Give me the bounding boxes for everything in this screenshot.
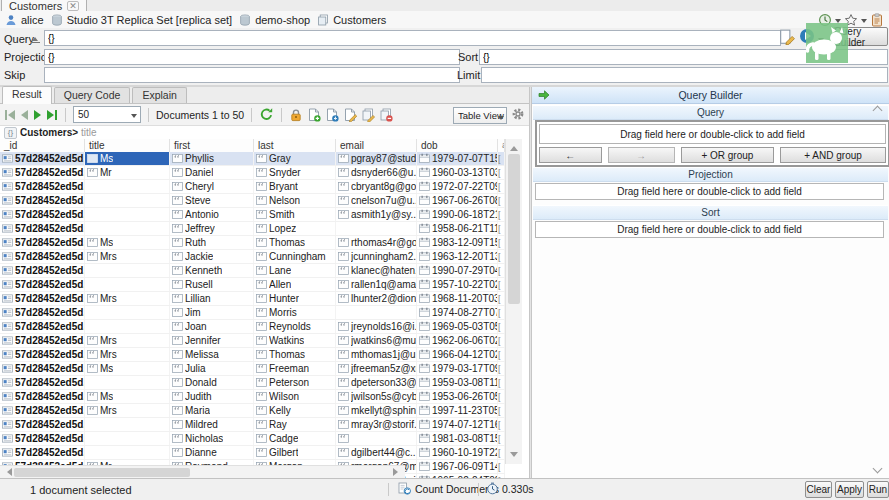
column-header-last[interactable]: last bbox=[254, 139, 336, 152]
cell-path-field[interactable]: title bbox=[81, 127, 97, 138]
cell-last[interactable]: Gray bbox=[254, 152, 336, 165]
sort-drop-area[interactable]: Drag field here or double-click to add f… bbox=[535, 221, 884, 238]
cell-id[interactable]: 57d28452ed5d... bbox=[0, 250, 85, 263]
cell-partial[interactable]: [ bbox=[498, 418, 505, 431]
cell-first[interactable]: Rusell bbox=[170, 278, 254, 291]
cell-title[interactable] bbox=[85, 222, 170, 235]
column-header-id[interactable]: _id bbox=[0, 139, 85, 152]
cell-dob[interactable]: 1966-04-12T02:... bbox=[417, 348, 498, 361]
cell-id[interactable]: 57d28452ed5d... bbox=[0, 334, 85, 347]
cell-dob[interactable]: 1990-06-18T21:... bbox=[417, 208, 498, 221]
cell-dob[interactable]: 1972-07-22T09:... bbox=[417, 180, 498, 193]
vertical-scroll-thumb[interactable] bbox=[508, 154, 520, 304]
column-header-first[interactable]: first bbox=[170, 139, 254, 152]
cell-title[interactable]: Mrs bbox=[85, 404, 170, 417]
cell-id[interactable]: 57d28452ed5d... bbox=[0, 320, 85, 333]
cell-partial[interactable]: [ bbox=[498, 404, 505, 417]
cell-title[interactable]: Ms bbox=[85, 152, 170, 165]
limit-input[interactable] bbox=[481, 67, 888, 83]
cell-partial[interactable]: [ bbox=[498, 292, 505, 305]
cell-id[interactable]: 57d28452ed5d... bbox=[0, 362, 85, 375]
cell-email[interactable]: jreynolds16@i... bbox=[336, 320, 417, 333]
cell-id[interactable]: 57d28452ed5d... bbox=[0, 278, 85, 291]
first-page-icon[interactable] bbox=[4, 110, 16, 120]
cell-title[interactable] bbox=[85, 432, 170, 445]
cell-first[interactable]: Lillian bbox=[170, 292, 254, 305]
view-mode-select[interactable]: Table View bbox=[453, 107, 507, 124]
cell-title[interactable]: Mrs bbox=[85, 348, 170, 361]
cell-first[interactable]: Daniel bbox=[170, 166, 254, 179]
cell-email[interactable]: dsnyder66@u... bbox=[336, 166, 417, 179]
cell-email[interactable]: pgray87@studi... bbox=[336, 152, 417, 165]
cell-partial[interactable]: [ bbox=[498, 166, 505, 179]
cell-last[interactable]: Snyder bbox=[254, 166, 336, 179]
scroll-down-icon[interactable] bbox=[510, 452, 518, 461]
cell-partial[interactable]: [ bbox=[498, 222, 505, 235]
projection-drop-area[interactable]: Drag field here or double-click to add f… bbox=[535, 183, 884, 200]
table-row[interactable]: 57d28452ed5d... Kenneth Lane klanec@hate… bbox=[0, 264, 505, 278]
cell-id[interactable]: 57d28452ed5d... bbox=[0, 222, 85, 235]
cell-id[interactable]: 57d28452ed5d... bbox=[0, 166, 85, 179]
cell-dob[interactable]: 1959-03-08T11:... bbox=[417, 376, 498, 389]
table-row[interactable]: 57d28452ed5d... Steve Nelson cnelson7u@u… bbox=[0, 194, 505, 208]
table-row[interactable]: 57d28452ed5d... Antonio Smith asmith1y@s… bbox=[0, 208, 505, 222]
cell-id[interactable]: 57d28452ed5d... bbox=[0, 432, 85, 445]
cell-email[interactable]: jwilson5s@cyb... bbox=[336, 390, 417, 403]
panel-scroll-down-icon[interactable] bbox=[873, 464, 883, 474]
cell-last[interactable]: Morris bbox=[254, 306, 336, 319]
cell-last[interactable]: Lopez bbox=[254, 222, 336, 235]
cell-partial[interactable]: [ bbox=[498, 250, 505, 263]
cell-first[interactable]: Judith bbox=[170, 390, 254, 403]
cell-email[interactable]: cbryant8g@go... bbox=[336, 180, 417, 193]
cell-first[interactable]: Phyllis bbox=[170, 152, 254, 165]
horizontal-scroll-thumb[interactable] bbox=[14, 468, 190, 477]
cell-email[interactable]: jfreeman5z@xr... bbox=[336, 362, 417, 375]
cell-last[interactable]: Thomas bbox=[254, 236, 336, 249]
cell-dob[interactable]: 1957-10-22T02:... bbox=[417, 278, 498, 291]
cell-title[interactable] bbox=[85, 376, 170, 389]
next-page-icon[interactable] bbox=[33, 110, 42, 120]
cell-email[interactable]: klanec@haten... bbox=[336, 264, 417, 277]
cell-email[interactable]: lhunter2@dion... bbox=[336, 292, 417, 305]
cell-last[interactable]: Lane bbox=[254, 264, 336, 277]
cell-partial[interactable]: [ bbox=[498, 390, 505, 403]
table-row[interactable]: 57d28452ed5d... Ms Phyllis Gray pgray87@… bbox=[0, 152, 505, 166]
cell-dob[interactable]: 1969-05-03T05:... bbox=[417, 320, 498, 333]
cell-first[interactable]: Joan bbox=[170, 320, 254, 333]
cell-first[interactable]: Jennifer bbox=[170, 334, 254, 347]
breadcrumb-collection[interactable]: Customers bbox=[333, 14, 386, 26]
cell-dob[interactable]: 1968-11-20T03:... bbox=[417, 292, 498, 305]
cell-first[interactable]: Steve bbox=[170, 194, 254, 207]
add-or-group-button[interactable]: + OR group bbox=[681, 147, 775, 163]
move-left-button[interactable]: ← bbox=[539, 147, 602, 163]
cell-id[interactable]: 57d28452ed5d... bbox=[0, 376, 85, 389]
table-row[interactable]: 57d28452ed5d... Mrs Jennifer Watkins jwa… bbox=[0, 334, 505, 348]
cell-title[interactable]: Ms bbox=[85, 236, 170, 249]
cell-dob[interactable]: 1974-08-27T07:... bbox=[417, 306, 498, 319]
tab-query-code[interactable]: Query Code bbox=[54, 87, 131, 103]
cell-title[interactable] bbox=[85, 306, 170, 319]
table-row[interactable]: 57d28452ed5d... Ms Ruth Thomas rthomas4r… bbox=[0, 236, 505, 250]
cell-title[interactable] bbox=[85, 446, 170, 459]
table-row[interactable]: 57d28452ed5d... Mr Daniel Snyder dsnyder… bbox=[0, 166, 505, 180]
cell-title[interactable] bbox=[85, 194, 170, 207]
table-row[interactable]: 57d28452ed5d... Dianne Gilbert dgilbert4… bbox=[0, 446, 505, 460]
add-and-group-button[interactable]: + AND group bbox=[780, 147, 886, 163]
cell-partial[interactable]: [ bbox=[498, 180, 505, 193]
edit-document-icon[interactable] bbox=[343, 108, 357, 122]
vertical-scrollbar[interactable] bbox=[505, 139, 522, 464]
last-page-icon[interactable] bbox=[46, 110, 58, 120]
cell-id[interactable]: 57d28452ed5d... bbox=[0, 404, 85, 417]
cell-partial[interactable]: [ bbox=[498, 208, 505, 221]
cell-title[interactable]: Mr bbox=[85, 166, 170, 179]
cell-title[interactable]: Ms bbox=[85, 390, 170, 403]
prev-page-icon[interactable] bbox=[20, 110, 29, 120]
cell-dob[interactable]: 1960-03-13T03:... bbox=[417, 166, 498, 179]
cell-last[interactable]: Thomas bbox=[254, 348, 336, 361]
cell-title[interactable]: Ms bbox=[85, 362, 170, 375]
cell-id[interactable]: 57d28452ed5d... bbox=[0, 390, 85, 403]
refresh-icon[interactable] bbox=[259, 107, 274, 122]
count-documents-button[interactable]: Count Documents bbox=[398, 482, 499, 495]
cell-last[interactable]: Hunter bbox=[254, 292, 336, 305]
cell-title[interactable]: Mrs bbox=[85, 292, 170, 305]
